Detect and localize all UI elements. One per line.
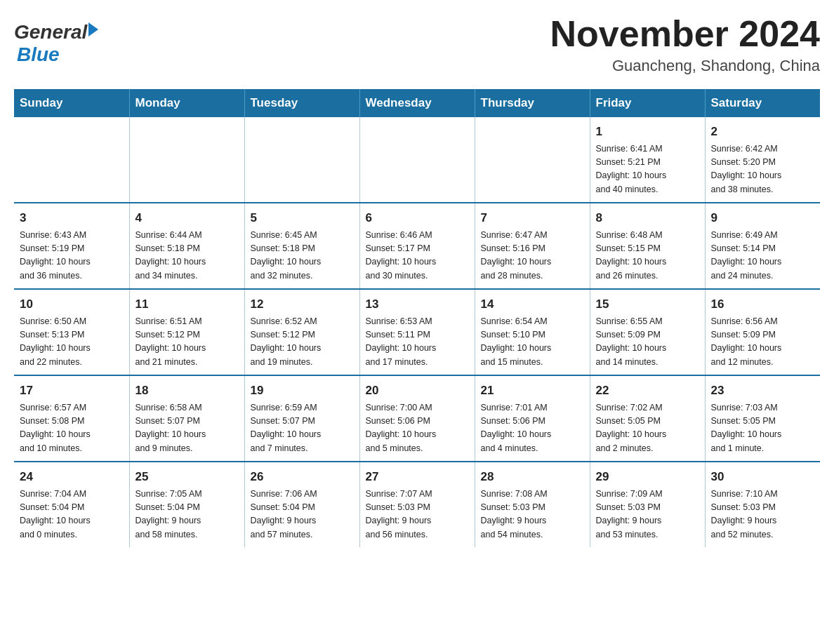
day-number: 5 [251, 209, 354, 227]
calendar-cell: 22Sunrise: 7:02 AM Sunset: 5:05 PM Dayli… [590, 375, 705, 462]
calendar-cell: 5Sunrise: 6:45 AM Sunset: 5:18 PM Daylig… [244, 203, 359, 289]
day-info: Sunrise: 6:45 AM Sunset: 5:18 PM Dayligh… [251, 229, 354, 283]
day-info: Sunrise: 6:50 AM Sunset: 5:13 PM Dayligh… [20, 315, 124, 370]
weekday-header-thursday: Thursday [475, 89, 590, 117]
weekday-header-tuesday: Tuesday [244, 89, 359, 117]
day-info: Sunrise: 6:48 AM Sunset: 5:15 PM Dayligh… [596, 229, 699, 283]
day-info: Sunrise: 7:00 AM Sunset: 5:06 PM Dayligh… [366, 401, 469, 456]
logo: General Blue [14, 21, 98, 66]
day-number: 21 [481, 382, 584, 400]
week-row-2: 3Sunrise: 6:43 AM Sunset: 5:19 PM Daylig… [14, 203, 820, 289]
day-info: Sunrise: 6:51 AM Sunset: 5:12 PM Dayligh… [135, 315, 239, 370]
week-row-3: 10Sunrise: 6:50 AM Sunset: 5:13 PM Dayli… [14, 289, 820, 375]
day-info: Sunrise: 6:46 AM Sunset: 5:17 PM Dayligh… [366, 229, 469, 283]
day-info: Sunrise: 6:42 AM Sunset: 5:20 PM Dayligh… [711, 142, 815, 197]
day-number: 24 [20, 468, 124, 486]
calendar-cell: 2Sunrise: 6:42 AM Sunset: 5:20 PM Daylig… [705, 117, 820, 203]
calendar-cell [129, 117, 244, 203]
calendar-cell: 15Sunrise: 6:55 AM Sunset: 5:09 PM Dayli… [590, 289, 705, 375]
day-info: Sunrise: 6:52 AM Sunset: 5:12 PM Dayligh… [251, 315, 354, 370]
day-number: 16 [711, 295, 815, 314]
day-info: Sunrise: 6:41 AM Sunset: 5:21 PM Dayligh… [596, 142, 699, 197]
calendar-cell: 6Sunrise: 6:46 AM Sunset: 5:17 PM Daylig… [359, 203, 475, 289]
calendar-cell: 28Sunrise: 7:08 AM Sunset: 5:03 PM Dayli… [475, 462, 590, 547]
day-info: Sunrise: 6:44 AM Sunset: 5:18 PM Dayligh… [135, 229, 239, 283]
week-row-1: 1Sunrise: 6:41 AM Sunset: 5:21 PM Daylig… [14, 117, 820, 203]
calendar-cell: 20Sunrise: 7:00 AM Sunset: 5:06 PM Dayli… [359, 375, 475, 462]
day-info: Sunrise: 7:08 AM Sunset: 5:03 PM Dayligh… [481, 488, 584, 542]
logo-blue-text: Blue [17, 43, 60, 66]
week-row-5: 24Sunrise: 7:04 AM Sunset: 5:04 PM Dayli… [14, 462, 820, 547]
calendar-cell: 23Sunrise: 7:03 AM Sunset: 5:05 PM Dayli… [705, 375, 820, 462]
calendar-cell: 16Sunrise: 6:56 AM Sunset: 5:09 PM Dayli… [705, 289, 820, 375]
day-info: Sunrise: 7:02 AM Sunset: 5:05 PM Dayligh… [596, 401, 699, 456]
day-info: Sunrise: 6:58 AM Sunset: 5:07 PM Dayligh… [135, 401, 239, 456]
day-info: Sunrise: 6:56 AM Sunset: 5:09 PM Dayligh… [711, 315, 815, 370]
weekday-header-saturday: Saturday [705, 89, 820, 117]
day-number: 4 [135, 209, 239, 227]
calendar-cell [359, 117, 475, 203]
day-info: Sunrise: 6:47 AM Sunset: 5:16 PM Dayligh… [481, 229, 584, 283]
day-number: 9 [711, 209, 815, 227]
calendar-cell: 13Sunrise: 6:53 AM Sunset: 5:11 PM Dayli… [359, 289, 475, 375]
calendar-cell: 4Sunrise: 6:44 AM Sunset: 5:18 PM Daylig… [129, 203, 244, 289]
day-number: 14 [481, 295, 584, 314]
day-info: Sunrise: 7:04 AM Sunset: 5:04 PM Dayligh… [20, 488, 124, 542]
day-number: 2 [711, 123, 815, 141]
day-info: Sunrise: 7:05 AM Sunset: 5:04 PM Dayligh… [135, 488, 239, 542]
day-number: 10 [20, 295, 124, 314]
day-number: 22 [596, 382, 699, 400]
weekday-header-friday: Friday [590, 89, 705, 117]
calendar-cell [244, 117, 359, 203]
day-number: 8 [596, 209, 699, 227]
day-number: 27 [366, 468, 469, 486]
calendar-cell: 3Sunrise: 6:43 AM Sunset: 5:19 PM Daylig… [14, 203, 129, 289]
calendar-cell: 12Sunrise: 6:52 AM Sunset: 5:12 PM Dayli… [244, 289, 359, 375]
day-info: Sunrise: 7:10 AM Sunset: 5:03 PM Dayligh… [711, 488, 815, 542]
calendar-cell: 11Sunrise: 6:51 AM Sunset: 5:12 PM Dayli… [129, 289, 244, 375]
day-number: 23 [711, 382, 815, 400]
calendar-cell: 7Sunrise: 6:47 AM Sunset: 5:16 PM Daylig… [475, 203, 590, 289]
day-number: 18 [135, 382, 239, 400]
day-number: 20 [366, 382, 469, 400]
day-info: Sunrise: 7:07 AM Sunset: 5:03 PM Dayligh… [366, 488, 469, 542]
weekday-header-monday: Monday [129, 89, 244, 117]
day-info: Sunrise: 6:54 AM Sunset: 5:10 PM Dayligh… [481, 315, 584, 370]
day-number: 3 [20, 209, 124, 227]
calendar-cell: 18Sunrise: 6:58 AM Sunset: 5:07 PM Dayli… [129, 375, 244, 462]
title-block: November 2024 Guancheng, Shandong, China [550, 14, 820, 75]
day-number: 15 [596, 295, 699, 314]
day-info: Sunrise: 6:43 AM Sunset: 5:19 PM Dayligh… [20, 229, 124, 283]
calendar-cell: 9Sunrise: 6:49 AM Sunset: 5:14 PM Daylig… [705, 203, 820, 289]
calendar-cell: 21Sunrise: 7:01 AM Sunset: 5:06 PM Dayli… [475, 375, 590, 462]
calendar-cell: 25Sunrise: 7:05 AM Sunset: 5:04 PM Dayli… [129, 462, 244, 547]
calendar-cell: 14Sunrise: 6:54 AM Sunset: 5:10 PM Dayli… [475, 289, 590, 375]
day-number: 29 [596, 468, 699, 486]
calendar-cell: 27Sunrise: 7:07 AM Sunset: 5:03 PM Dayli… [359, 462, 475, 547]
calendar-cell [475, 117, 590, 203]
day-info: Sunrise: 7:01 AM Sunset: 5:06 PM Dayligh… [481, 401, 584, 456]
day-info: Sunrise: 7:03 AM Sunset: 5:05 PM Dayligh… [711, 401, 815, 456]
calendar-cell: 19Sunrise: 6:59 AM Sunset: 5:07 PM Dayli… [244, 375, 359, 462]
day-info: Sunrise: 6:59 AM Sunset: 5:07 PM Dayligh… [251, 401, 354, 456]
weekday-header-row: SundayMondayTuesdayWednesdayThursdayFrid… [14, 89, 820, 117]
day-info: Sunrise: 7:06 AM Sunset: 5:04 PM Dayligh… [251, 488, 354, 542]
calendar-cell: 26Sunrise: 7:06 AM Sunset: 5:04 PM Dayli… [244, 462, 359, 547]
calendar-cell: 10Sunrise: 6:50 AM Sunset: 5:13 PM Dayli… [14, 289, 129, 375]
page-header: General Blue November 2024 Guancheng, Sh… [14, 14, 820, 75]
day-number: 11 [135, 295, 239, 314]
logo-triangle-icon [88, 22, 98, 36]
day-info: Sunrise: 6:57 AM Sunset: 5:08 PM Dayligh… [20, 401, 124, 456]
day-number: 13 [366, 295, 469, 314]
day-info: Sunrise: 6:53 AM Sunset: 5:11 PM Dayligh… [366, 315, 469, 370]
day-number: 1 [596, 123, 699, 141]
day-info: Sunrise: 6:49 AM Sunset: 5:14 PM Dayligh… [711, 229, 815, 283]
calendar-cell: 17Sunrise: 6:57 AM Sunset: 5:08 PM Dayli… [14, 375, 129, 462]
day-number: 19 [251, 382, 354, 400]
day-number: 7 [481, 209, 584, 227]
day-info: Sunrise: 6:55 AM Sunset: 5:09 PM Dayligh… [596, 315, 699, 370]
calendar-table: SundayMondayTuesdayWednesdayThursdayFrid… [14, 89, 820, 547]
day-number: 30 [711, 468, 815, 486]
day-number: 6 [366, 209, 469, 227]
week-row-4: 17Sunrise: 6:57 AM Sunset: 5:08 PM Dayli… [14, 375, 820, 462]
